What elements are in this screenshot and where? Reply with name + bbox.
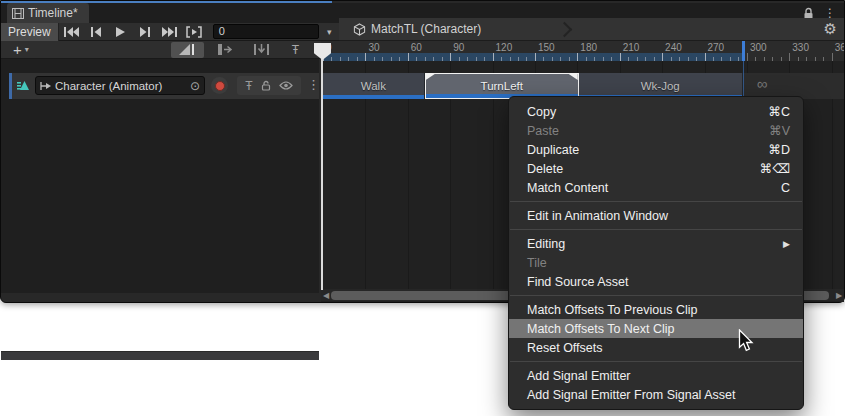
menu-item-match-content[interactable]: Match ContentC [509,178,803,197]
clip-color-swatch [323,95,424,99]
clip-label: TurnLeft [481,80,523,92]
clip-ease-handle[interactable] [426,74,435,80]
scroll-right-icon[interactable]: ▶ [834,291,844,300]
ruler-tick-minor [510,57,511,61]
gear-icon[interactable]: ⚙ [824,21,837,36]
ruler-tick-minor [603,57,604,61]
unlock-icon[interactable] [261,80,271,91]
ruler-tick-minor [331,57,332,61]
menu-item-duplicate[interactable]: Duplicate⌘D [509,140,803,159]
menu-item-label: Paste [527,124,749,138]
breadcrumb[interactable]: MatchTL (Character) [339,22,481,36]
ruler-tick-minor [340,57,341,61]
ruler-tick-minor [611,57,612,61]
track-header-character[interactable]: Character (Animator) ⊙ Ŧ ⋮ [9,73,319,99]
menu-item-label: Delete [527,162,740,176]
frame-settings-dropdown-icon[interactable]: ▾ [319,23,339,41]
previous-frame-icon[interactable] [83,23,108,41]
ruler-tick-label: 180 [580,42,597,53]
ruler-tick-label: 60 [411,42,422,53]
ruler-tick-label: 210 [623,42,640,53]
ruler-tick-minor [645,57,646,61]
object-picker-icon[interactable]: ⊙ [190,79,200,93]
ruler-tick-major [408,53,409,61]
marker-pin-toggle-icon[interactable]: Ŧ [292,43,299,57]
record-button[interactable] [211,77,228,94]
menu-item-edit-in-animation-window[interactable]: Edit in Animation Window [509,206,803,225]
clip-context-menu: Copy⌘CPaste⌘VDuplicate⌘DDelete⌘⌫Match Co… [508,96,804,410]
track-kebab-icon[interactable]: ⋮ [307,77,320,92]
timeline-end-line [743,61,744,99]
add-track-button[interactable]: + ▾ [13,43,29,57]
preview-toggle-button[interactable]: Preview [1,23,59,41]
track-list-pane: Character (Animator) ⊙ Ŧ ⋮ [1,59,319,293]
track-toolbar: + ▾ Ŧ [1,41,321,59]
menu-item-shortcut: ⌘C [768,104,790,119]
ruler-tick-minor [518,57,519,61]
left-pane-footer [1,351,319,360]
next-frame-icon[interactable] [133,23,158,41]
menu-item-shortcut: ⌘V [769,123,790,138]
pin-icon[interactable]: Ŧ [245,79,252,93]
menu-item-label: Add Signal Emitter From Signal Asset [527,388,790,402]
menu-item-reset-offsets[interactable]: Reset Offsets [509,338,803,357]
menu-item-copy[interactable]: Copy⌘C [509,102,803,121]
mix-mode-button[interactable] [171,42,204,58]
play-range-icon[interactable] [182,23,207,41]
ruler-tick-major [620,53,621,61]
ruler-tick-major [789,53,790,61]
menu-item-delete[interactable]: Delete⌘⌫ [509,159,803,178]
track-color-stripe [9,73,12,99]
goto-start-icon[interactable] [59,23,84,41]
track-binding-field[interactable]: Character (Animator) ⊙ [35,76,205,95]
breadcrumb-title: MatchTL (Character) [371,22,481,36]
menu-item-shortcut: C [781,181,790,195]
menu-item-tile: Tile [509,253,803,272]
ruler-tick-label: 270 [708,42,725,53]
ruler-tick-minor [467,57,468,61]
menu-item-add-signal-emitter[interactable]: Add Signal Emitter [509,366,803,385]
ruler-tick-minor [823,57,824,61]
ruler-tick-minor [476,57,477,61]
play-icon[interactable] [108,23,133,41]
menu-item-label: Match Content [527,181,761,195]
menu-item-add-signal-emitter-from-signal-asset[interactable]: Add Signal Emitter From Signal Asset [509,385,803,404]
ruler-tick-major [450,53,451,61]
ruler-tick-minor [815,57,816,61]
menu-item-label: Editing [527,237,783,251]
clip-walk[interactable]: Walk [323,73,425,99]
tab-timeline[interactable]: Timeline* [7,3,89,23]
scroll-left-icon[interactable]: ◀ [321,291,331,300]
ruler-tick-minor [594,57,595,61]
timeline-end-marker[interactable] [742,41,745,61]
replace-mode-button[interactable] [245,42,278,58]
eye-icon[interactable] [279,81,293,90]
ruler-tick-minor [721,57,722,61]
submenu-arrow-icon: ▶ [783,239,790,249]
time-ruler[interactable]: 0306090120150180210240270300330360 [321,41,844,61]
current-frame-input[interactable]: 0 [213,24,320,39]
ripple-mode-button[interactable] [209,42,242,58]
menu-item-find-source-asset[interactable]: Find Source Asset [509,272,803,291]
track-binding-label: Character (Animator) [55,80,187,92]
ruler-tick-label: 300 [750,42,767,53]
ruler-tick-minor [671,57,672,61]
ruler-tick-minor [696,57,697,61]
ruler-tick-major [832,53,833,61]
ruler-tick-minor [764,57,765,61]
ruler-tick-minor [552,57,553,61]
ruler-tick-minor [391,57,392,61]
menu-item-editing[interactable]: Editing▶ [509,234,803,253]
ruler-tick-minor [713,57,714,61]
tab-title: Timeline* [28,6,78,20]
menu-item-match-offsets-to-next-clip[interactable]: Match Offsets To Next Clip [509,319,803,338]
ruler-tick-label: 330 [792,42,809,53]
ruler-tick-minor [374,57,375,61]
clip-ease-handle[interactable] [569,74,578,80]
infinite-clip-indicator: ∞ [757,75,768,92]
ruler-tick-label: 90 [453,42,464,53]
menu-item-match-offsets-to-previous-clip[interactable]: Match Offsets To Previous Clip [509,300,803,319]
goto-end-icon[interactable] [157,23,182,41]
menu-separator [510,295,802,296]
timeline-asset-cube-icon [353,23,366,36]
